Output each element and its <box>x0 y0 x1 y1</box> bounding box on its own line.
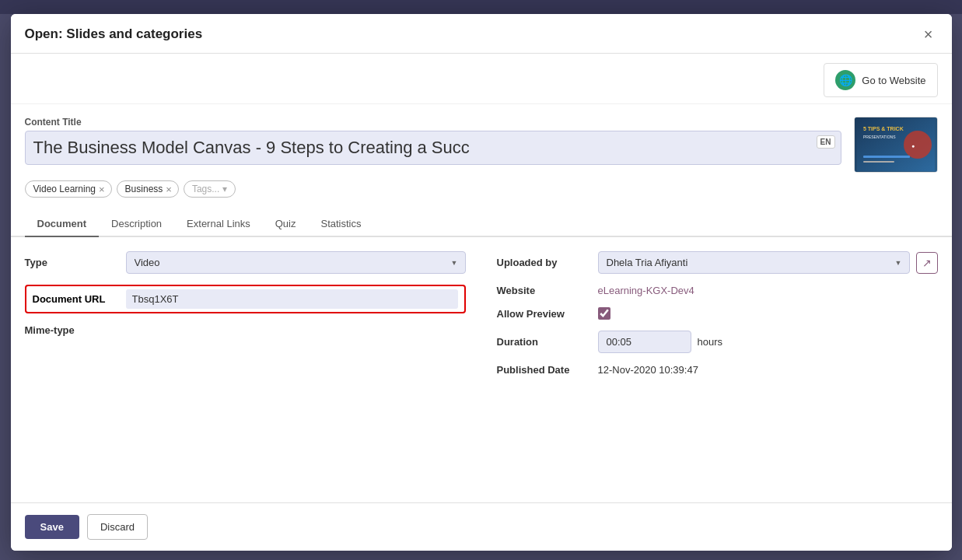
svg-rect-7 <box>863 161 894 163</box>
tag-remove-video-learning[interactable]: × <box>99 184 105 194</box>
svg-text:●: ● <box>911 143 915 149</box>
form-left: Type Video Image Infographic Presentatio… <box>25 251 466 376</box>
globe-icon: 🌐 <box>835 70 855 90</box>
uploaded-by-external-link-button[interactable]: ↗ <box>916 252 938 274</box>
modal-title: Open: Slides and categories <box>25 26 203 42</box>
allow-preview-label: Allow Preview <box>497 308 590 320</box>
published-date-value: 12-Nov-2020 10:39:47 <box>598 364 698 376</box>
save-button[interactable]: Save <box>25 515 79 539</box>
published-date-label: Published Date <box>497 364 590 376</box>
type-select[interactable]: Video Image Infographic Presentation Doc… <box>126 251 466 274</box>
modal-footer: Save Discard <box>11 502 952 551</box>
website-label: Website <box>497 285 590 296</box>
uploaded-by-select-wrapper: Dhela Tria Afiyanti <box>598 251 910 274</box>
modal-body: 🌐 Go to Website Content Title EN <box>11 54 952 502</box>
uploaded-by-row: Uploaded by Dhela Tria Afiyanti ↗ <box>497 251 938 274</box>
tag-label-business: Business <box>125 184 163 194</box>
document-url-row: Document URL <box>25 285 466 313</box>
content-title-row: Content Title EN <box>25 117 938 173</box>
duration-label: Duration <box>497 336 590 348</box>
allow-preview-row: Allow Preview <box>497 307 938 320</box>
tab-description[interactable]: Description <box>99 212 174 237</box>
type-row: Type Video Image Infographic Presentatio… <box>25 251 466 274</box>
uploaded-by-label: Uploaded by <box>497 257 590 268</box>
mime-type-row: Mime-type <box>25 324 466 336</box>
modal-dialog: Open: Slides and categories × 🌐 Go to We… <box>11 14 952 551</box>
document-url-input[interactable] <box>126 289 458 309</box>
tag-remove-business[interactable]: × <box>166 184 172 194</box>
website-row: Website eLearning-KGX-Dev4 <box>497 285 938 296</box>
content-area: Content Title EN <box>11 104 952 207</box>
tags-placeholder: Tags... <box>192 184 219 194</box>
thumbnail-svg: 5 TIPS & TRICK PRESENTATIONS ● <box>857 118 935 171</box>
thumbnail-inner: 5 TIPS & TRICK PRESENTATIONS ● <box>855 117 937 172</box>
type-label: Type <box>25 257 118 268</box>
mime-type-label: Mime-type <box>25 324 118 336</box>
svg-text:PRESENTATIONS: PRESENTATIONS <box>863 135 896 139</box>
tab-statistics[interactable]: Statistics <box>308 212 373 237</box>
tags-row: Video Learning × Business × Tags... ▾ <box>25 180 938 198</box>
discard-button[interactable]: Discard <box>87 514 148 540</box>
tag-label-video-learning: Video Learning <box>33 184 96 194</box>
tag-chip-video-learning: Video Learning × <box>25 180 112 198</box>
svg-text:5 TIPS & TRICK: 5 TIPS & TRICK <box>863 126 904 131</box>
published-date-row: Published Date 12-Nov-2020 10:39:47 <box>497 364 938 376</box>
go-to-website-label: Go to Website <box>862 75 925 86</box>
duration-control: hours <box>598 331 723 353</box>
tab-document[interactable]: Document <box>25 212 100 237</box>
form-area: Type Video Image Infographic Presentatio… <box>11 237 952 385</box>
tab-quiz[interactable]: Quiz <box>263 212 309 237</box>
duration-input[interactable] <box>598 331 691 353</box>
hours-label: hours <box>698 336 723 348</box>
tag-chip-business: Business × <box>117 180 179 198</box>
uploaded-by-select[interactable]: Dhela Tria Afiyanti <box>598 251 910 274</box>
website-link[interactable]: eLearning-KGX-Dev4 <box>598 285 694 296</box>
uploaded-by-control: Dhela Tria Afiyanti ↗ <box>598 251 938 274</box>
svg-point-4 <box>904 131 932 159</box>
type-select-wrapper: Video Image Infographic Presentation Doc… <box>126 251 466 274</box>
duration-row: Duration hours <box>497 331 938 353</box>
content-title-main: Content Title EN <box>25 117 841 165</box>
action-bar: 🌐 Go to Website <box>11 54 952 104</box>
form-right: Uploaded by Dhela Tria Afiyanti ↗ <box>497 251 938 376</box>
tags-arrow-icon: ▾ <box>222 184 227 194</box>
tags-dropdown[interactable]: Tags... ▾ <box>184 180 236 198</box>
allow-preview-checkbox[interactable] <box>598 307 610 320</box>
content-title-input[interactable] <box>25 131 841 165</box>
close-button[interactable]: × <box>919 25 938 44</box>
title-input-wrapper: EN <box>25 131 841 165</box>
content-title-label: Content Title <box>25 117 841 128</box>
tab-external-links[interactable]: External Links <box>174 212 263 237</box>
external-link-icon: ↗ <box>922 257 932 269</box>
svg-rect-6 <box>863 156 910 158</box>
thumbnail: 5 TIPS & TRICK PRESENTATIONS ● <box>854 117 938 173</box>
lang-badge: EN <box>817 135 835 149</box>
go-to-website-button[interactable]: 🌐 Go to Website <box>824 63 937 97</box>
document-url-label: Document URL <box>33 293 118 305</box>
tabs-bar: Document Description External Links Quiz… <box>11 212 952 237</box>
modal-header: Open: Slides and categories × <box>11 14 952 54</box>
